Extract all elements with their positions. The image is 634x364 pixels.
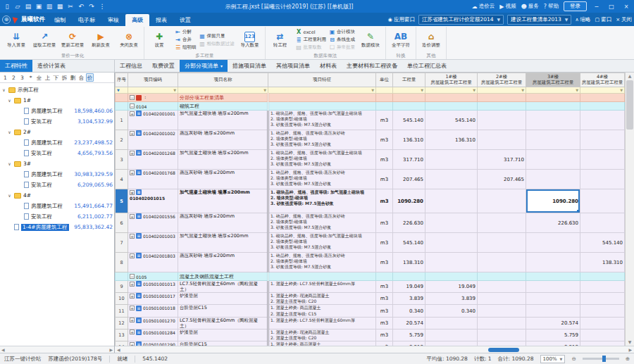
building-qty-cell-b1[interactable] (425, 253, 478, 272)
expand-icon[interactable]: + (130, 131, 135, 136)
more-icon[interactable]: ⋮ (98, 2, 106, 11)
ribbon-button-数据模块[interactable]: ✎数据模块 (358, 32, 383, 48)
feature-cell[interactable]: 1. 砖品种、规格、强度等级:蒸压灰砂砖2. 墙体类型:砌体墙3. 砂浆强度等级… (268, 213, 376, 233)
panel-tab-造价计算表[interactable]: 造价计算表 (32, 60, 70, 72)
item-name-cell[interactable]: LC7.5轻骨料混凝土60mm（陶粒混凝土） (178, 317, 268, 329)
item-name-cell[interactable]: 蒸压灰砂砖 墙厚≤200mm (178, 253, 268, 272)
building-qty-cell-b3[interactable] (526, 253, 580, 272)
qty-cell[interactable]: 3.839 (393, 293, 425, 305)
ribbon-button-全半字符[interactable]: AB全半字符 (388, 32, 414, 48)
item-code-cell[interactable]: +≡010402001768 (128, 170, 178, 189)
unit-cell[interactable]: m3 (376, 305, 393, 317)
tree-tool-删[interactable]: 删 (69, 73, 77, 82)
tree-node[interactable]: 安装工程4,656,793.56 (0, 148, 114, 158)
unit-cell[interactable]: m3 (376, 253, 393, 272)
filter-cell-b3[interactable]: ▼ (526, 87, 580, 94)
collapse-icon[interactable]: − (130, 95, 135, 100)
tree-tool-全[interactable]: 全 (35, 73, 43, 82)
scroll-up-icon[interactable]: ▲ (628, 73, 632, 80)
unit-cell[interactable]: m3 (376, 150, 393, 170)
brand-label[interactable]: 晨曦软件 (21, 15, 45, 24)
tree-node[interactable]: ∨2# (0, 127, 114, 137)
row-number-cell[interactable]: 2 (116, 130, 128, 150)
ribbon-button-转工程[interactable]: ⇄转工程 (268, 32, 293, 48)
unit-cell[interactable]: m3 (376, 329, 393, 341)
tree-tool-下[interactable]: 下 (52, 73, 60, 82)
login-button[interactable]: 登录 (564, 1, 587, 11)
expand-icon[interactable]: + (130, 151, 135, 156)
item-code-cell[interactable]: +≡010402001015 (128, 189, 178, 213)
column-header-b3[interactable]: 3#楼房屋建筑工程工程量 (526, 73, 580, 87)
nav-compass-icon[interactable]: ⊕ (2, 15, 11, 24)
ribbon-button-导入数量[interactable]: 123导入数量 (237, 32, 263, 48)
feature-cell[interactable]: 1. 混凝土种类: 商品混凝土2. 混凝土强度等级: C15 (268, 305, 376, 317)
帮助-button[interactable]: ?帮助 (544, 3, 559, 10)
unit-cell[interactable]: m3 (376, 130, 393, 150)
item-code-cell[interactable]: +≡010402001556 (128, 213, 178, 233)
view-icon[interactable]: ▣ (35, 2, 43, 11)
sheet-tab-措施项目清单[interactable]: 措施项目清单 (228, 60, 271, 72)
menu-tab-编制[interactable]: 编制 (48, 14, 72, 26)
item-name-cell[interactable]: 加气混凝土砌块墙 墙厚≤200mm (178, 150, 268, 170)
column-header-unit[interactable]: 单位 (376, 73, 393, 87)
qty-cell[interactable]: 317.710 (393, 150, 425, 170)
ribbon-button-分解[interactable]: ⇤分解 (175, 29, 197, 36)
section-name-cell[interactable]: 砌筑工程 (178, 102, 268, 111)
row-number-cell[interactable]: 7 (116, 233, 128, 253)
tree-node[interactable]: ∨1# (0, 95, 114, 106)
building-qty-cell-b2[interactable] (478, 317, 526, 329)
expand-icon[interactable]: + (130, 318, 135, 322)
filter-icon[interactable]: ▼ (521, 87, 524, 93)
feature-cell[interactable]: 1. 混凝土种类: LC7.5轻骨料混凝土60mm厚 (268, 281, 376, 293)
ribbon-button-刷新反查[interactable]: ▶刷新反查 (88, 32, 113, 48)
redo-icon[interactable]: ↷ (87, 2, 96, 11)
building-qty-cell-b4[interactable] (580, 281, 625, 293)
feature-cell[interactable]: 1. 砖品种、规格、强度等级:蒸压灰砂砖2. 墙体类型:砌体墙3. 砂浆强度等级… (268, 170, 376, 189)
filter-cell-b2[interactable]: ▼ (478, 87, 526, 94)
item-code-cell[interactable]: +≡010501001013 (128, 281, 178, 293)
item-name-cell[interactable]: 加气混凝土砌块墙 墙厚≤200mm (178, 189, 268, 213)
scroll-right-icon[interactable]: ▶ (628, 347, 632, 352)
ribbon-button-设置[interactable]: ✚设置 (147, 32, 172, 48)
building-qty-cell-b2[interactable] (478, 111, 526, 130)
feature-cell[interactable]: 1. 砖品种、规格、强度等级:蒸压灰砂砖2. 墙体类型:砌体墙3. 砂浆强度等级… (268, 130, 376, 150)
column-header-name[interactable]: 项目名称 (178, 73, 268, 87)
tree-hscrollbar[interactable]: ◀ ▶ (0, 346, 114, 353)
qty-cell[interactable]: 545.140 (393, 111, 425, 130)
unit-cell[interactable]: m3 (376, 293, 393, 305)
building-qty-cell-b3[interactable] (526, 233, 580, 253)
section-code-cell[interactable]: −0105 (128, 272, 178, 281)
building-qty-cell-b2[interactable] (478, 233, 526, 253)
服务-button[interactable]: ☻服务 (521, 3, 538, 10)
building-qty-cell-b4[interactable] (580, 111, 625, 130)
tree-node[interactable]: 安装工程6,211,002.77 (0, 211, 114, 222)
tree-tool-上[interactable]: 上 (44, 73, 51, 82)
table-vscrollbar[interactable]: ▲ ▼ (625, 73, 634, 346)
row-number-cell[interactable]: 12 (116, 317, 128, 329)
tree-node[interactable]: ∨3# (0, 158, 114, 169)
expand-arrow-icon[interactable]: ∨ (7, 130, 12, 134)
tree-node[interactable]: 房屋建筑工程15,491,664.77 (0, 201, 114, 211)
窗口-button[interactable]: ▢窗口 (595, 16, 612, 23)
zoom-in-icon[interactable]: ⊕ (626, 356, 630, 362)
expand-icon[interactable]: + (130, 330, 135, 334)
unit-cell[interactable]: m3 (376, 170, 393, 189)
building-qty-cell-b4[interactable] (580, 293, 625, 305)
ribbon-button-导入算量[interactable]: ⇊导入算量 (4, 32, 29, 48)
building-qty-cell-b1[interactable] (425, 317, 478, 329)
unit-cell[interactable]: m3 (376, 111, 393, 130)
menu-tab-电子标[interactable]: 电子标 (72, 14, 101, 26)
building-qty-cell-b3[interactable]: 1090.280 (526, 189, 580, 213)
scroll-left-icon[interactable]: ◀ (117, 347, 120, 352)
building-qty-cell-b3[interactable] (526, 293, 580, 305)
quota-select[interactable]: 江苏省建筑工程计价定额2014 ▼ (418, 15, 504, 25)
column-header-b4[interactable]: 4#楼房屋建筑工程工程量 (580, 73, 625, 87)
ribbon-button-保留只显[interactable]: ▦保留只显 (199, 32, 235, 39)
vscroll-thumb[interactable] (626, 80, 633, 130)
column-header-num[interactable]: 序号 (116, 73, 128, 87)
unit-cell[interactable]: m3 (376, 189, 393, 213)
tree-node[interactable]: 房屋建筑工程23,237,498.52 (0, 137, 114, 148)
menu-tab-审核[interactable]: 审核 (101, 14, 125, 26)
缩略-button[interactable]: ∧缩略 (575, 16, 590, 23)
row-number-cell[interactable]: 6 (116, 213, 128, 233)
